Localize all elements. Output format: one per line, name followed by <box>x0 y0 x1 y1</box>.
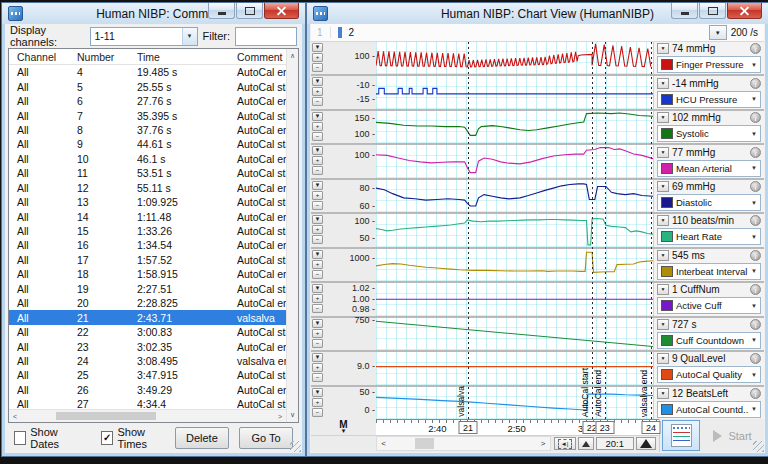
goto-button[interactable]: Go To <box>239 427 293 449</box>
zoom-in-button[interactable]: + <box>312 260 323 269</box>
channel-plot[interactable] <box>376 387 653 419</box>
table-row[interactable]: All419.485 sAutoCal end <box>9 65 286 79</box>
table-row[interactable]: All202:28.825AutoCal end <box>9 296 286 310</box>
chevron-down-icon[interactable]: ▼ <box>751 303 757 309</box>
table-row[interactable]: All1046.1 sAutoCal end <box>9 152 286 166</box>
channel-select[interactable]: Active Cuff▼ <box>657 297 761 314</box>
chevron-down-icon[interactable]: ▼ <box>751 234 757 240</box>
channel-plot[interactable] <box>376 111 653 143</box>
info-icon[interactable]: i <box>750 284 761 295</box>
chevron-down-icon[interactable]: ▼ <box>751 337 757 343</box>
minimize-button[interactable] <box>671 3 698 19</box>
channel-dropdown-button[interactable]: ▼ <box>312 77 323 86</box>
zoom-out-button[interactable]: − <box>312 408 323 417</box>
scroll-left-icon[interactable]: < <box>13 413 17 420</box>
table-row[interactable]: All151:33.26AutoCal start <box>9 224 286 238</box>
zoom-in-button[interactable]: + <box>312 225 323 234</box>
table-row[interactable]: All141:11.48AutoCal end <box>9 209 286 223</box>
channel-plot[interactable] <box>376 352 653 384</box>
table-row[interactable]: All192:27.51AutoCal start <box>9 282 286 296</box>
info-icon[interactable]: i <box>750 147 761 158</box>
channel-plot[interactable] <box>376 145 653 177</box>
maximize-button[interactable] <box>699 3 726 19</box>
channel-select[interactable]: Finger Pressure▼ <box>657 56 761 73</box>
channel-select[interactable]: Cuff Countdown▼ <box>657 332 761 349</box>
channel-select[interactable]: Mean Arterial▼ <box>657 160 761 177</box>
chart-horizontal-scrollbar[interactable]: < > <box>376 436 551 451</box>
comment-number-box[interactable]: 24 <box>642 421 661 434</box>
column-header-channel[interactable]: Channel <box>9 51 69 63</box>
column-header-time[interactable]: Time <box>129 51 229 63</box>
channel-dropdown-button[interactable]: ▼ <box>312 181 323 190</box>
scroll-right-icon[interactable]: > <box>537 439 550 448</box>
info-icon[interactable]: i <box>750 353 761 364</box>
block-2-label[interactable]: 2 <box>349 27 355 38</box>
chevron-down-icon[interactable]: ▼ <box>751 200 757 206</box>
table-row[interactable]: All263:49.29AutoCal end <box>9 383 286 397</box>
show-times-option[interactable]: ✓ Show Times <box>101 426 169 450</box>
zoom-out-button[interactable]: − <box>312 304 323 313</box>
delete-button[interactable]: Delete <box>175 427 229 449</box>
info-icon[interactable]: i <box>750 215 761 226</box>
table-row[interactable]: All233:02.35AutoCal end <box>9 339 286 353</box>
channel-select[interactable]: Heart Rate▼ <box>657 228 761 245</box>
scale-dropdown-button[interactable]: ▼ <box>657 388 669 399</box>
scroll-right-icon[interactable]: > <box>278 413 282 420</box>
info-icon[interactable]: i <box>750 78 761 89</box>
table-row[interactable]: All223:00.83AutoCal start <box>9 325 286 339</box>
show-times-checkbox[interactable]: ✓ <box>101 431 113 445</box>
comment-number-box[interactable]: 23 <box>595 421 614 434</box>
scale-dropdown-button[interactable]: ▼ <box>657 112 669 123</box>
resize-grip[interactable] <box>290 441 301 452</box>
minimize-button[interactable] <box>208 3 235 19</box>
channel-plot[interactable] <box>376 180 653 212</box>
scale-dropdown-button[interactable]: ▼ <box>657 215 669 226</box>
channel-plot[interactable] <box>376 249 653 281</box>
zoom-in-button[interactable]: + <box>312 53 323 62</box>
show-dates-checkbox[interactable] <box>14 431 26 445</box>
channel-dropdown-button[interactable]: ▼ <box>312 353 323 362</box>
channel-dropdown-button[interactable]: ▼ <box>312 250 323 259</box>
zoom-out-button[interactable]: − <box>312 235 323 244</box>
block-boundary-indicator[interactable] <box>338 27 342 38</box>
zoom-in-button[interactable]: + <box>312 191 323 200</box>
channel-dropdown-button[interactable]: ▼ <box>312 112 323 121</box>
channel-plot[interactable] <box>376 283 653 315</box>
info-icon[interactable]: i <box>750 250 761 261</box>
table-row[interactable]: All243:08.495valsalva end <box>9 354 286 368</box>
block-1-label[interactable]: 1 <box>317 27 323 38</box>
zoom-out-button[interactable]: − <box>312 132 323 141</box>
close-button[interactable] <box>264 3 299 19</box>
scale-dropdown-button[interactable]: ▼ <box>657 284 669 295</box>
filter-input[interactable] <box>235 27 297 46</box>
table-row[interactable]: All735.395 sAutoCal start <box>9 108 286 122</box>
table-row[interactable]: All1153.51 sAutoCal start <box>9 166 286 180</box>
comment-number-box[interactable]: 21 <box>458 421 477 434</box>
scrollbar-thumb[interactable] <box>415 438 434 449</box>
scale-dropdown-button[interactable]: ▼ <box>657 250 669 261</box>
zoom-in-button[interactable]: + <box>312 398 323 407</box>
zoom-out-button[interactable]: − <box>312 270 323 279</box>
info-icon[interactable]: i <box>750 319 761 330</box>
table-row[interactable]: All171:57.52AutoCal start <box>9 253 286 267</box>
channel-select[interactable]: Diastolic▼ <box>657 194 761 211</box>
table-row[interactable]: All837.76 sAutoCal end <box>9 123 286 137</box>
info-icon[interactable]: i <box>750 181 761 192</box>
scale-dropdown-button[interactable]: ▼ <box>657 353 669 364</box>
chevron-down-icon[interactable]: ▼ <box>751 165 757 171</box>
zoom-in-time-button[interactable] <box>636 437 656 450</box>
scroll-mode-button[interactable]: ◄| <box>554 437 576 450</box>
channel-plot[interactable] <box>376 214 653 246</box>
scale-dropdown-button[interactable]: ▼ <box>657 147 669 158</box>
zoom-in-button[interactable]: + <box>312 122 323 131</box>
time-axis[interactable]: 2:402:50321222324 <box>376 419 659 435</box>
column-header-comment[interactable]: Comment <box>229 51 286 63</box>
horizontal-scrollbar[interactable]: < > <box>9 409 286 422</box>
zoom-out-button[interactable]: − <box>312 339 323 348</box>
table-row[interactable]: All181:58.915AutoCal end <box>9 267 286 281</box>
maximize-button[interactable] <box>236 3 263 19</box>
channel-plot[interactable] <box>376 76 653 108</box>
chevron-down-icon[interactable]: ▼ <box>751 96 757 102</box>
table-row[interactable]: All131:09.925AutoCal start <box>9 195 286 209</box>
channel-dropdown-button[interactable]: ▼ <box>312 215 323 224</box>
